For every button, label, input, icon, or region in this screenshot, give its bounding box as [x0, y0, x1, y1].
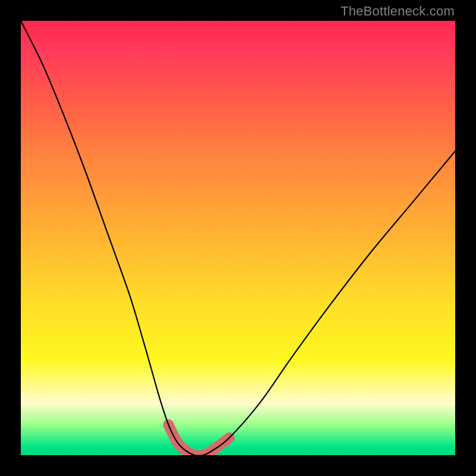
- watermark-text: TheBottleneck.com: [340, 4, 455, 19]
- curve-layer: [21, 21, 455, 455]
- bottleneck-curve: [21, 21, 455, 455]
- plot-area: [21, 21, 455, 455]
- chart-frame: TheBottleneck.com: [0, 0, 476, 476]
